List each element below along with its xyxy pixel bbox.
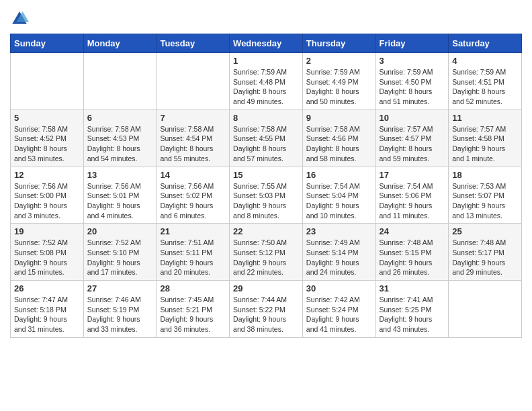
day-cell: 7Sunrise: 7:58 AMSunset: 4:54 PMDaylight… — [157, 109, 230, 167]
day-number: 24 — [380, 226, 445, 236]
day-cell: 24Sunrise: 7:48 AMSunset: 5:15 PMDayligh… — [375, 224, 449, 281]
day-info: Sunrise: 7:58 AMSunset: 4:54 PMDaylight:… — [160, 125, 214, 163]
day-header-tuesday: Tuesday — [157, 34, 230, 53]
day-info: Sunrise: 7:59 AMSunset: 4:50 PMDaylight:… — [380, 68, 433, 105]
day-info: Sunrise: 7:58 AMSunset: 4:52 PMDaylight:… — [14, 125, 68, 163]
day-info: Sunrise: 7:57 AMSunset: 4:57 PMDaylight:… — [380, 125, 433, 163]
day-cell: 8Sunrise: 7:58 AMSunset: 4:55 PMDaylight… — [230, 109, 303, 167]
day-info: Sunrise: 7:45 AMSunset: 5:21 PMDaylight:… — [160, 295, 214, 333]
day-info: Sunrise: 7:53 AMSunset: 5:07 PMDaylight:… — [452, 182, 506, 220]
day-number: 27 — [87, 283, 153, 293]
day-info: Sunrise: 7:50 AMSunset: 5:12 PMDaylight:… — [233, 238, 287, 276]
day-number: 6 — [87, 113, 153, 123]
day-number: 11 — [452, 113, 518, 123]
day-info: Sunrise: 7:58 AMSunset: 4:56 PMDaylight:… — [306, 125, 360, 163]
day-header-sunday: Sunday — [11, 34, 84, 53]
day-number: 25 — [452, 226, 518, 236]
day-number: 15 — [233, 170, 299, 180]
day-info: Sunrise: 7:47 AMSunset: 5:18 PMDaylight:… — [14, 295, 68, 333]
day-info: Sunrise: 7:57 AMSunset: 4:58 PMDaylight:… — [452, 125, 506, 163]
day-number: 2 — [306, 56, 372, 66]
day-number: 19 — [14, 226, 80, 236]
day-number: 28 — [160, 283, 226, 293]
day-info: Sunrise: 7:48 AMSunset: 5:17 PMDaylight:… — [452, 238, 506, 276]
day-cell: 19Sunrise: 7:52 AMSunset: 5:08 PMDayligh… — [11, 224, 84, 281]
day-number: 12 — [14, 170, 80, 180]
day-number: 20 — [87, 226, 153, 236]
day-cell: 26Sunrise: 7:47 AMSunset: 5:18 PMDayligh… — [11, 281, 84, 338]
week-row-4: 19Sunrise: 7:52 AMSunset: 5:08 PMDayligh… — [11, 224, 522, 281]
header — [10, 7, 522, 28]
day-info: Sunrise: 7:56 AMSunset: 5:01 PMDaylight:… — [87, 182, 141, 220]
day-number: 21 — [160, 226, 226, 236]
day-info: Sunrise: 7:42 AMSunset: 5:24 PMDaylight:… — [306, 295, 360, 333]
day-cell: 1Sunrise: 7:59 AMSunset: 4:48 PMDaylight… — [230, 53, 303, 110]
day-cell — [449, 281, 522, 338]
day-info: Sunrise: 7:58 AMSunset: 4:55 PMDaylight:… — [233, 125, 287, 163]
day-info: Sunrise: 7:49 AMSunset: 5:14 PMDaylight:… — [306, 238, 360, 276]
day-header-monday: Monday — [83, 34, 157, 53]
day-cell: 17Sunrise: 7:54 AMSunset: 5:06 PMDayligh… — [375, 167, 449, 224]
day-cell — [11, 53, 84, 110]
day-info: Sunrise: 7:56 AMSunset: 5:02 PMDaylight:… — [160, 182, 214, 220]
day-cell: 22Sunrise: 7:50 AMSunset: 5:12 PMDayligh… — [230, 224, 303, 281]
week-row-5: 26Sunrise: 7:47 AMSunset: 5:18 PMDayligh… — [11, 281, 522, 338]
day-cell: 29Sunrise: 7:44 AMSunset: 5:22 PMDayligh… — [230, 281, 303, 338]
day-cell: 6Sunrise: 7:58 AMSunset: 4:53 PMDaylight… — [83, 109, 157, 167]
day-info: Sunrise: 7:55 AMSunset: 5:03 PMDaylight:… — [233, 182, 287, 220]
day-header-thursday: Thursday — [302, 34, 375, 53]
day-cell: 15Sunrise: 7:55 AMSunset: 5:03 PMDayligh… — [230, 167, 303, 224]
day-info: Sunrise: 7:54 AMSunset: 5:04 PMDaylight:… — [306, 182, 360, 220]
day-cell: 4Sunrise: 7:59 AMSunset: 4:51 PMDaylight… — [449, 53, 522, 110]
header-row: SundayMondayTuesdayWednesdayThursdayFrid… — [11, 34, 522, 53]
day-number: 23 — [306, 226, 372, 236]
day-info: Sunrise: 7:41 AMSunset: 5:25 PMDaylight:… — [380, 295, 433, 333]
page: SundayMondayTuesdayWednesdayThursdayFrid… — [0, 0, 532, 348]
day-cell: 14Sunrise: 7:56 AMSunset: 5:02 PMDayligh… — [157, 167, 230, 224]
day-cell — [83, 53, 157, 110]
day-number: 3 — [380, 56, 445, 66]
day-cell: 16Sunrise: 7:54 AMSunset: 5:04 PMDayligh… — [302, 167, 375, 224]
day-header-friday: Friday — [375, 34, 449, 53]
day-cell: 23Sunrise: 7:49 AMSunset: 5:14 PMDayligh… — [302, 224, 375, 281]
day-number: 17 — [380, 170, 445, 180]
day-cell: 21Sunrise: 7:51 AMSunset: 5:11 PMDayligh… — [157, 224, 230, 281]
day-info: Sunrise: 7:52 AMSunset: 5:10 PMDaylight:… — [87, 238, 141, 276]
day-cell: 2Sunrise: 7:59 AMSunset: 4:49 PMDaylight… — [302, 53, 375, 110]
day-number: 30 — [306, 283, 372, 293]
day-cell: 31Sunrise: 7:41 AMSunset: 5:25 PMDayligh… — [375, 281, 449, 338]
day-info: Sunrise: 7:46 AMSunset: 5:19 PMDaylight:… — [87, 295, 141, 333]
day-number: 26 — [14, 283, 80, 293]
day-cell — [157, 53, 230, 110]
day-number: 10 — [380, 113, 445, 123]
day-cell: 10Sunrise: 7:57 AMSunset: 4:57 PMDayligh… — [375, 109, 449, 167]
day-number: 5 — [14, 113, 80, 123]
day-info: Sunrise: 7:56 AMSunset: 5:00 PMDaylight:… — [14, 182, 68, 220]
day-header-saturday: Saturday — [449, 34, 522, 53]
day-cell: 20Sunrise: 7:52 AMSunset: 5:10 PMDayligh… — [83, 224, 157, 281]
day-number: 8 — [233, 113, 299, 123]
day-number: 7 — [160, 113, 226, 123]
day-cell: 11Sunrise: 7:57 AMSunset: 4:58 PMDayligh… — [449, 109, 522, 167]
day-cell: 5Sunrise: 7:58 AMSunset: 4:52 PMDaylight… — [11, 109, 84, 167]
week-row-2: 5Sunrise: 7:58 AMSunset: 4:52 PMDaylight… — [11, 109, 522, 167]
day-info: Sunrise: 7:54 AMSunset: 5:06 PMDaylight:… — [380, 182, 433, 220]
week-row-3: 12Sunrise: 7:56 AMSunset: 5:00 PMDayligh… — [11, 167, 522, 224]
day-cell: 27Sunrise: 7:46 AMSunset: 5:19 PMDayligh… — [83, 281, 157, 338]
day-info: Sunrise: 7:59 AMSunset: 4:49 PMDaylight:… — [306, 68, 360, 105]
day-info: Sunrise: 7:51 AMSunset: 5:11 PMDaylight:… — [160, 238, 214, 276]
day-cell: 3Sunrise: 7:59 AMSunset: 4:50 PMDaylight… — [375, 53, 449, 110]
day-number: 18 — [452, 170, 518, 180]
day-cell: 12Sunrise: 7:56 AMSunset: 5:00 PMDayligh… — [11, 167, 84, 224]
day-cell: 30Sunrise: 7:42 AMSunset: 5:24 PMDayligh… — [302, 281, 375, 338]
day-info: Sunrise: 7:58 AMSunset: 4:53 PMDaylight:… — [87, 125, 141, 163]
day-number: 29 — [233, 283, 299, 293]
day-info: Sunrise: 7:52 AMSunset: 5:08 PMDaylight:… — [14, 238, 68, 276]
day-info: Sunrise: 7:48 AMSunset: 5:15 PMDaylight:… — [380, 238, 433, 276]
day-cell: 25Sunrise: 7:48 AMSunset: 5:17 PMDayligh… — [449, 224, 522, 281]
day-number: 13 — [87, 170, 153, 180]
logo — [10, 7, 32, 28]
day-number: 16 — [306, 170, 372, 180]
day-info: Sunrise: 7:44 AMSunset: 5:22 PMDaylight:… — [233, 295, 287, 333]
day-header-wednesday: Wednesday — [230, 34, 303, 53]
